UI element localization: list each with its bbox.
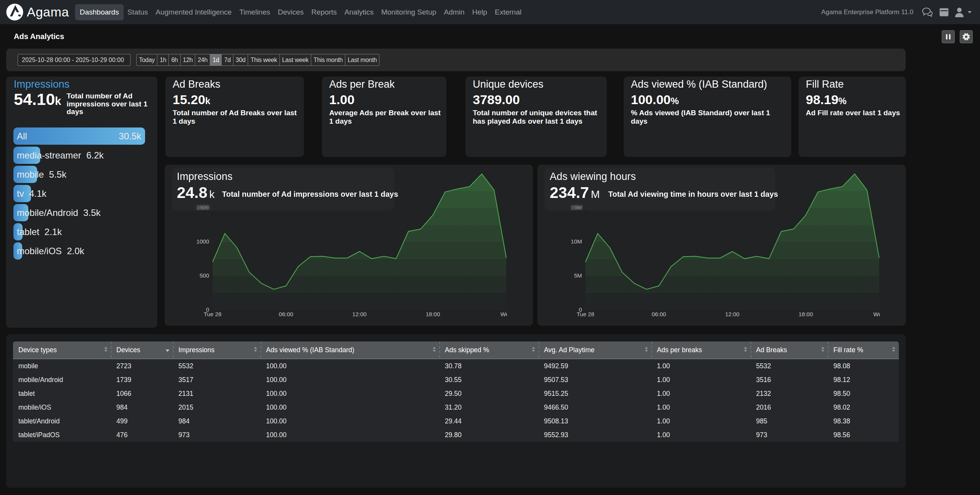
cell-value: 1739 <box>111 373 173 387</box>
kpi-value: 100.00% <box>631 92 679 107</box>
kpi-description: Average Ads per Break over last 1 days <box>329 109 441 125</box>
cell-value: 1.00 <box>652 400 751 414</box>
pause-button[interactable] <box>942 30 955 43</box>
column-label: Fill rate % <box>833 346 863 354</box>
kpi-title: Ad Breaks <box>173 78 220 90</box>
chart-title: Ads wiewing hours <box>550 171 636 183</box>
cell-value: 30.78 <box>439 359 539 373</box>
user-menu[interactable] <box>955 7 972 17</box>
cell-device-type: tablet/iPadOS <box>13 428 111 442</box>
cell-device-type: mobile <box>13 359 111 373</box>
svg-text:Wed: Wed <box>500 311 512 317</box>
kpi-title: Fill Rate <box>806 78 844 90</box>
nav-item-devices[interactable]: Devices <box>274 4 308 20</box>
nav-item-external[interactable]: External <box>491 4 525 20</box>
cell-value: 9507.53 <box>539 373 652 387</box>
cell-value: 3516 <box>751 373 828 387</box>
preset-this-month[interactable]: This month <box>311 54 345 66</box>
sort-icon <box>743 346 748 354</box>
cell-value: 2131 <box>173 387 261 400</box>
cell-value: 5532 <box>173 359 261 373</box>
bar-label: mobile/Android 3.5k <box>17 204 101 221</box>
column-header-devices[interactable]: Devices <box>111 341 173 359</box>
sort-icon <box>253 346 258 354</box>
cell-value: 2723 <box>111 359 173 373</box>
bar-tablet[interactable]: tablet 2.1k <box>13 223 145 240</box>
chart-impressions: Tue 2806:0012:0018:00Wed050010001500Impr… <box>165 165 533 326</box>
column-label: Avg. Ad Playtime <box>544 346 595 354</box>
cell-value: 1.00 <box>652 373 751 387</box>
impressions-breakdown-panel: Impressions54.10kTotal number of Ad impr… <box>6 77 157 328</box>
cell-value: 1066 <box>111 387 173 400</box>
preset-this-week[interactable]: This week <box>248 54 279 66</box>
cell-device-type: tablet/Android <box>13 414 111 428</box>
svg-text:Wed: Wed <box>873 311 885 317</box>
nav-item-augmented-intelligence[interactable]: Augmented Intelligence <box>152 4 236 20</box>
impressions-panel-description: Total number of Ad impressions over last… <box>67 92 153 116</box>
nav-item-timelines[interactable]: Timelines <box>235 4 274 20</box>
column-label: Devices <box>116 346 140 354</box>
preset-last-week[interactable]: Last week <box>280 54 311 66</box>
cell-value: 5532 <box>751 359 828 373</box>
nav-item-analytics[interactable]: Analytics <box>341 4 377 20</box>
preset-1h[interactable]: 1h <box>157 54 169 66</box>
sort-icon <box>892 346 896 354</box>
nav-item-help[interactable]: Help <box>468 4 491 20</box>
cell-value: 476 <box>111 428 173 442</box>
nav-item-status[interactable]: Status <box>124 4 152 20</box>
preset-24h[interactable]: 24h <box>195 54 210 66</box>
cell-value: 100.00 <box>261 400 439 414</box>
bar-tv[interactable]: tv 4.1k <box>13 185 145 202</box>
top-nav: Agama DashboardsStatusAugmented Intellig… <box>0 0 980 24</box>
bar-mobile[interactable]: mobile 5.5k <box>13 166 145 183</box>
cell-value: 9466.50 <box>539 400 652 414</box>
svg-text:06:00: 06:00 <box>279 311 293 317</box>
preset-1d[interactable]: 1d <box>210 54 222 66</box>
settings-button[interactable] <box>960 30 973 43</box>
window-icon[interactable] <box>939 8 949 16</box>
bar-mobile-ios[interactable]: mobile/iOS 2.0k <box>13 242 145 260</box>
column-header-ads-viewed-iab-standard-[interactable]: Ads viewed % (IAB Standard) <box>261 341 439 359</box>
bar-mobile-android[interactable]: mobile/Android 3.5k <box>13 204 145 221</box>
bar-media-streamer[interactable]: media-streamer 6.2k <box>13 147 145 164</box>
preset-today[interactable]: Today <box>136 54 157 66</box>
bar-all[interactable]: All30.5k <box>13 127 145 145</box>
preset-30d[interactable]: 30d <box>234 54 248 66</box>
column-header-fill-rate-[interactable]: Fill rate % <box>828 341 899 359</box>
cell-value: 100.00 <box>261 387 439 400</box>
column-header-avg-ad-playtime[interactable]: Avg. Ad Playtime <box>539 341 652 359</box>
date-range-input[interactable] <box>18 54 131 66</box>
agama-logo[interactable]: Agama <box>6 3 69 21</box>
column-header-ads-per-breaks[interactable]: Ads per breaks <box>652 341 751 359</box>
cell-value: 2015 <box>173 400 261 414</box>
nav-item-admin[interactable]: Admin <box>440 4 469 20</box>
nav-item-dashboards[interactable]: Dashboards <box>75 4 123 20</box>
svg-text:0: 0 <box>579 306 582 313</box>
svg-text:5M: 5M <box>574 272 582 279</box>
column-label: Impressions <box>178 346 214 354</box>
cell-value: 1.00 <box>652 387 751 400</box>
bar-label: media-streamer 6.2k <box>17 147 104 164</box>
preset-12h[interactable]: 12h <box>181 54 196 66</box>
column-header-ad-breaks[interactable]: Ad Breaks <box>751 341 828 359</box>
kpi-title: Unique devices <box>473 78 544 90</box>
column-header-device-types[interactable]: Device types <box>13 341 111 359</box>
kpi-title: Ads viewed % (IAB Standard) <box>631 78 767 90</box>
nav-item-reports[interactable]: Reports <box>307 4 341 20</box>
preset-7d[interactable]: 7d <box>222 54 233 66</box>
nav-item-monitoring-setup[interactable]: Monitoring Setup <box>377 4 440 20</box>
kpi-value: 3789.00 <box>473 92 520 107</box>
column-header-impressions[interactable]: Impressions <box>173 341 261 359</box>
chat-icon[interactable] <box>922 7 933 17</box>
cell-device-type: mobile/iOS <box>13 400 111 414</box>
cell-value: 973 <box>173 428 261 442</box>
kpi-ad-breaks: Ad Breaks15.20kTotal number of Ad Breaks… <box>165 77 304 157</box>
preset-last-month[interactable]: Last month <box>345 54 379 66</box>
kpi-value: 98.19% <box>806 92 846 107</box>
cell-value: 29.80 <box>439 428 539 442</box>
agama-logo-icon <box>6 3 23 21</box>
sort-icon <box>432 346 436 354</box>
preset-6h[interactable]: 6h <box>169 54 180 66</box>
table-body: mobile27235532100.0030.789492.591.005532… <box>13 359 899 442</box>
column-header-ads-skipped-[interactable]: Ads skipped % <box>439 341 539 359</box>
